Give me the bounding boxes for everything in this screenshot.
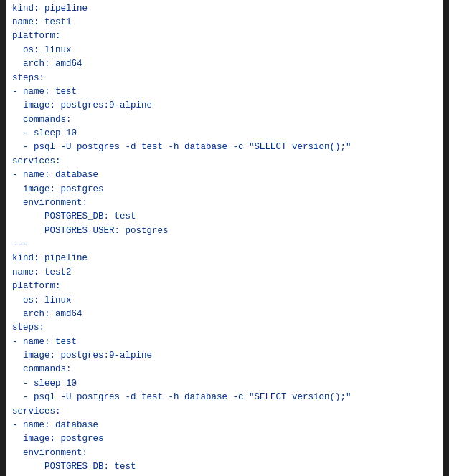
code-block: --- kind: pipeline name: test1 platform:… xyxy=(12,0,437,476)
code-container: --- kind: pipeline name: test1 platform:… xyxy=(6,0,443,476)
